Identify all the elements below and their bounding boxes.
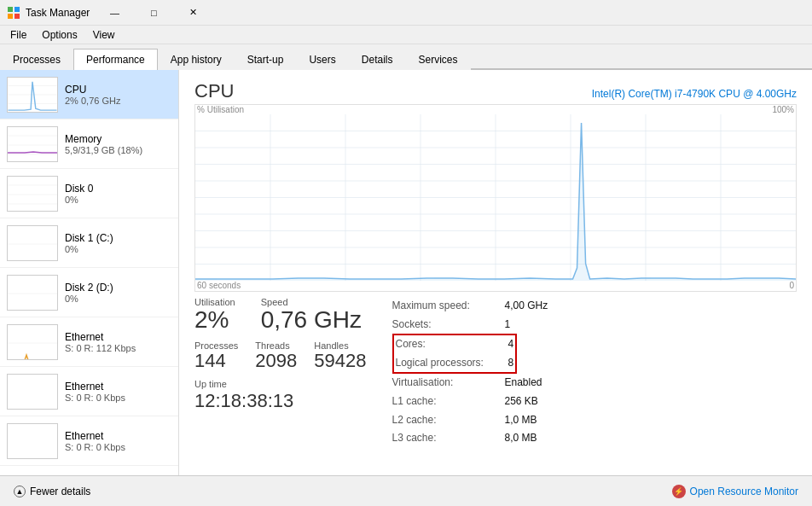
tab-app-history[interactable]: App history — [158, 49, 235, 70]
cpu-mini-graph — [7, 77, 58, 113]
main-content: CPU 2% 0,76 GHz Memory 5,9/31,9 GB (18%) — [0, 70, 812, 475]
svg-rect-2 — [8, 14, 13, 19]
threads-block: Threads 2098 — [255, 340, 297, 370]
tab-services[interactable]: Services — [405, 49, 470, 70]
l3-cache-value: 8,0 MB — [505, 429, 537, 448]
info-row-max-speed: Maximum speed: 4,00 GHz — [392, 297, 548, 316]
uptime-label: Up time — [194, 379, 367, 389]
sidebar-disk0-name: Disk 0 — [65, 183, 171, 195]
svg-rect-16 — [8, 226, 58, 261]
disk0-mini-graph — [7, 176, 58, 212]
l3-cache-label: L3 cache: — [392, 429, 495, 448]
highlight-box: Cores: 4 Logical processors: 8 — [392, 334, 518, 374]
menu-view[interactable]: View — [86, 27, 122, 42]
sidebar-ethernet3-info: Ethernet S: 0 R: 0 Kbps — [65, 430, 171, 452]
title-bar-controls: — □ ✕ — [95, 0, 212, 26]
sidebar-item-disk0[interactable]: Disk 0 0% — [0, 169, 178, 218]
cpu-chart-svg — [195, 114, 796, 281]
svg-rect-3 — [14, 14, 20, 19]
cpu-model: Intel(R) Core(TM) i7-4790K CPU @ 4.00GHz — [592, 88, 797, 100]
cpu-info-table: Maximum speed: 4,00 GHz Sockets: 1 Cores… — [392, 297, 548, 448]
open-resource-monitor-button[interactable]: ⚡ Open Resource Monitor — [669, 483, 802, 500]
sidebar-memory-info: Memory 5,9/31,9 GB (18%) — [65, 133, 171, 155]
sidebar-cpu-info: CPU 2% 0,76 GHz — [65, 84, 171, 106]
info-row-cores: Cores: 4 — [396, 335, 514, 354]
svg-rect-20 — [8, 325, 58, 360]
minimize-button[interactable]: — — [95, 0, 134, 26]
sidebar-item-ethernet3[interactable]: Ethernet S: 0 R: 0 Kbps — [0, 416, 178, 466]
info-row-logical: Logical processors: 8 — [396, 354, 514, 373]
chevron-up-icon: ▲ — [14, 486, 26, 497]
sidebar-item-disk2[interactable]: Disk 2 (D:) 0% — [0, 268, 178, 317]
cpu-title: CPU — [194, 80, 234, 102]
svg-rect-12 — [8, 177, 58, 212]
chart-label-top: % Utilisation 100% — [195, 105, 796, 114]
threads-value: 2098 — [255, 352, 297, 370]
logical-processors-label: Logical processors: — [396, 354, 498, 373]
sidebar-memory-name: Memory — [65, 133, 171, 145]
sidebar-ethernet3-name: Ethernet — [65, 430, 171, 442]
disk1-mini-graph — [7, 225, 58, 261]
menu-options[interactable]: Options — [35, 27, 84, 42]
chart-label-bottom: 60 seconds 0 — [195, 281, 796, 292]
l1-cache-label: L1 cache: — [392, 393, 495, 411]
sidebar-disk0-info: Disk 0 0% — [65, 183, 171, 205]
sidebar-disk2-value: 0% — [65, 294, 171, 304]
handles-block: Handles 59428 — [314, 340, 366, 370]
chart-y-label: % Utilisation — [197, 105, 244, 114]
svg-rect-22 — [8, 375, 58, 410]
tab-startup[interactable]: Start-up — [235, 49, 297, 70]
tab-processes[interactable]: Processes — [0, 49, 73, 70]
logical-processors-value: 8 — [508, 354, 514, 373]
maximize-button[interactable]: □ — [134, 0, 173, 26]
tab-details[interactable]: Details — [349, 49, 406, 70]
resource-monitor-icon: ⚡ — [672, 485, 686, 498]
l1-cache-value: 256 KB — [505, 393, 538, 411]
sidebar-ethernet1-info: Ethernet S: 0 R: 112 Kbps — [65, 331, 171, 353]
max-speed-value: 4,00 GHz — [505, 297, 548, 316]
sidebar-disk1-value: 0% — [65, 244, 171, 254]
cpu-content-area: CPU Intel(R) Core(TM) i7-4790K CPU @ 4.0… — [179, 70, 812, 475]
virtualisation-label: Virtualisation: — [392, 374, 495, 393]
sidebar-ethernet2-info: Ethernet S: 0 R: 0 Kbps — [65, 381, 171, 403]
tab-bar: Processes Performance App history Start-… — [0, 44, 812, 70]
speed-block: Speed 0,76 GHz — [261, 297, 362, 332]
sidebar-memory-value: 5,9/31,9 GB (18%) — [65, 145, 171, 155]
sidebar-item-disk1[interactable]: Disk 1 (C:) 0% — [0, 218, 178, 268]
sidebar-cpu-value: 2% 0,76 GHz — [65, 96, 171, 106]
sidebar-item-ethernet1[interactable]: Ethernet S: 0 R: 112 Kbps — [0, 317, 178, 367]
cores-label: Cores: — [396, 335, 498, 354]
processes-value: 144 — [194, 352, 238, 370]
sidebar-item-ethernet2[interactable]: Ethernet S: 0 R: 0 Kbps — [0, 367, 178, 416]
svg-rect-18 — [8, 276, 58, 311]
info-row-sockets: Sockets: 1 — [392, 316, 548, 334]
svg-rect-23 — [8, 424, 58, 459]
fewer-details-button[interactable]: ▲ Fewer details — [10, 484, 94, 499]
chart-x-label: 60 seconds — [197, 281, 241, 290]
sidebar-item-cpu[interactable]: CPU 2% 0,76 GHz — [0, 70, 178, 119]
close-button[interactable]: ✕ — [173, 0, 212, 26]
sidebar-item-memory[interactable]: Memory 5,9/31,9 GB (18%) — [0, 119, 178, 169]
sidebar-disk2-name: Disk 2 (D:) — [65, 282, 171, 294]
fewer-details-label: Fewer details — [30, 486, 90, 497]
sidebar-ethernet2-name: Ethernet — [65, 381, 171, 393]
sidebar-disk1-name: Disk 1 (C:) — [65, 232, 171, 244]
tab-performance[interactable]: Performance — [73, 49, 158, 70]
sidebar-disk0-value: 0% — [65, 195, 171, 205]
max-speed-label: Maximum speed: — [392, 297, 495, 316]
sidebar-ethernet1-value: S: 0 R: 112 Kbps — [65, 343, 171, 353]
sidebar-ethernet1-name: Ethernet — [65, 331, 171, 343]
uptime-value: 12:18:38:13 — [194, 390, 367, 412]
info-row-l1: L1 cache: 256 KB — [392, 393, 548, 411]
chart-y-max: 100% — [772, 105, 794, 114]
info-row-l2: L2 cache: 1,0 MB — [392, 411, 548, 430]
sidebar-ethernet2-value: S: 0 R: 0 Kbps — [65, 393, 171, 403]
menu-file[interactable]: File — [3, 27, 33, 42]
cpu-chart-area: % Utilisation 100% — [194, 104, 797, 292]
tab-users[interactable]: Users — [296, 49, 348, 70]
sidebar-disk2-info: Disk 2 (D:) 0% — [65, 282, 171, 304]
svg-rect-0 — [8, 7, 13, 12]
info-row-virtualisation: Virtualisation: Enabled — [392, 374, 548, 393]
utilisation-value: 2% — [194, 308, 235, 332]
speed-value: 0,76 GHz — [261, 308, 362, 332]
